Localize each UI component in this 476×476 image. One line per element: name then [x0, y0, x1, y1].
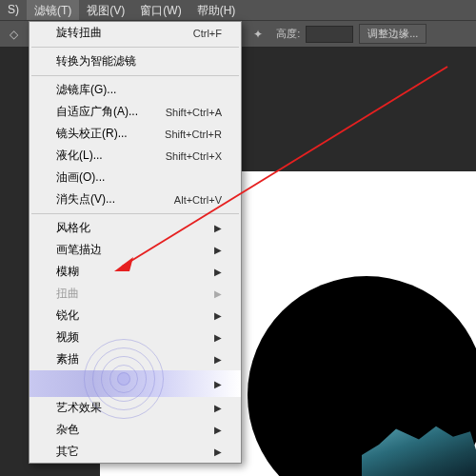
submenu-arrow-icon: ▶	[214, 379, 222, 389]
menu-item[interactable]: ▶	[30, 370, 241, 397]
menu-item[interactable]: 镜头校正(R)...Shift+Ctrl+R	[30, 123, 241, 145]
menu-item[interactable]: 素描▶	[30, 348, 241, 370]
submenu-arrow-icon: ▶	[214, 288, 222, 299]
menu-item[interactable]: 杂色▶	[30, 419, 241, 441]
menubar: S) 滤镜(T) 视图(V) 窗口(W) 帮助(H)	[0, 0, 476, 21]
submenu-arrow-icon: ▶	[214, 332, 222, 343]
submenu-arrow-icon: ▶	[214, 267, 222, 277]
menu-separator	[31, 75, 239, 76]
submenu-arrow-icon: ▶	[214, 245, 222, 255]
menu-item: 扭曲▶	[30, 283, 241, 305]
menu-item[interactable]: 液化(L)...Shift+Ctrl+X	[30, 145, 241, 167]
menu-item[interactable]: 视频▶	[30, 327, 241, 348]
refine-edge-button[interactable]: 调整边缘...	[359, 24, 426, 44]
menu-item[interactable]: 其它▶	[30, 441, 241, 463]
menu-item[interactable]: 自适应广角(A)...Shift+Ctrl+A	[30, 101, 241, 123]
menu-item[interactable]: 画笔描边▶	[30, 239, 241, 261]
filter-dropdown: 旋转扭曲Ctrl+F转换为智能滤镜滤镜库(G)...自适应广角(A)...Shi…	[29, 21, 242, 464]
menu-item[interactable]: 模糊▶	[30, 261, 241, 283]
menu-help[interactable]: 帮助(H)	[189, 0, 244, 20]
menu-separator	[31, 213, 239, 214]
submenu-arrow-icon: ▶	[214, 446, 222, 457]
menu-item[interactable]: 艺术效果▶	[30, 397, 241, 419]
height-label: 高度:	[276, 27, 300, 41]
height-input[interactable]	[306, 26, 353, 43]
submenu-arrow-icon: ▶	[214, 310, 222, 321]
menu-item[interactable]: 旋转扭曲Ctrl+F	[30, 22, 241, 44]
submenu-arrow-icon: ▶	[214, 425, 222, 435]
menu-view[interactable]: 视图(V)	[79, 0, 132, 20]
anchor-point-icon: ◇	[10, 28, 18, 41]
menu-window[interactable]: 窗口(W)	[132, 0, 188, 20]
menu-item[interactable]: 消失点(V)...Alt+Ctrl+V	[30, 188, 241, 210]
spray-icon[interactable]: ✦	[253, 28, 263, 41]
menu-item[interactable]: 油画(O)...	[30, 167, 241, 188]
menu-separator	[31, 47, 239, 48]
menu-filter[interactable]: 滤镜(T)	[27, 0, 79, 20]
submenu-arrow-icon: ▶	[214, 403, 222, 413]
menu-item[interactable]: 风格化▶	[30, 217, 241, 239]
submenu-arrow-icon: ▶	[214, 354, 222, 365]
menu-item[interactable]: 锐化▶	[30, 305, 241, 327]
submenu-arrow-icon: ▶	[214, 223, 222, 233]
menu-item[interactable]: 转换为智能滤镜	[30, 50, 241, 72]
menu-select-partial[interactable]: S)	[0, 0, 27, 20]
menu-item[interactable]: 滤镜库(G)...	[30, 79, 241, 101]
